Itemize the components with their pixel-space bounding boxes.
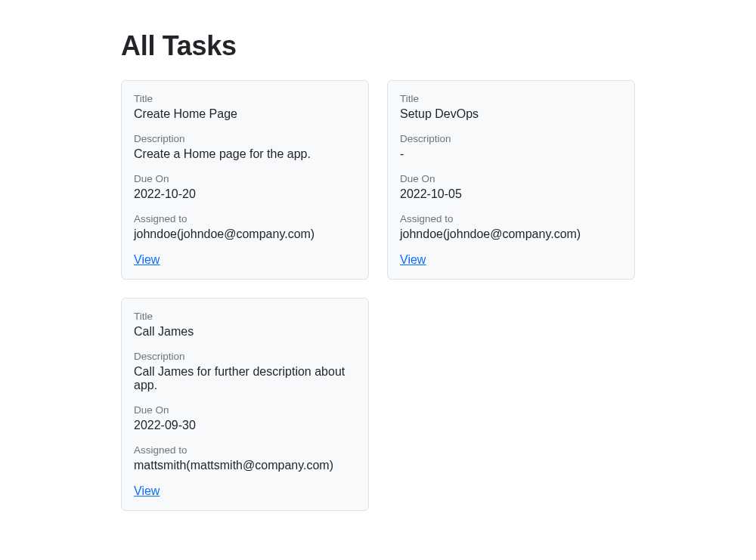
title-label: Title	[400, 93, 622, 104]
view-link[interactable]: View	[400, 253, 426, 267]
title-value: Call James	[134, 325, 356, 339]
description-value: Create a Home page for the app.	[134, 147, 356, 161]
task-card: Title Create Home Page Description Creat…	[121, 80, 369, 280]
description-label: Description	[400, 133, 622, 144]
assigned-to-label: Assigned to	[134, 444, 356, 456]
page-title: All Tasks	[121, 30, 635, 62]
assigned-to-label: Assigned to	[134, 213, 356, 224]
description-value: -	[400, 147, 622, 161]
due-on-label: Due On	[400, 173, 622, 184]
due-on-value: 2022-10-05	[400, 187, 622, 201]
due-on-label: Due On	[134, 404, 356, 416]
assigned-to-value: mattsmith(mattsmith@company.com)	[134, 459, 356, 472]
task-grid: Title Create Home Page Description Creat…	[121, 80, 635, 511]
due-on-value: 2022-09-30	[134, 419, 356, 432]
view-link[interactable]: View	[134, 484, 160, 498]
assigned-to-value: johndoe(johndoe@company.com)	[400, 227, 622, 241]
description-label: Description	[134, 133, 356, 144]
assigned-to-value: johndoe(johndoe@company.com)	[134, 227, 356, 241]
title-label: Title	[134, 311, 356, 322]
due-on-label: Due On	[134, 173, 356, 184]
description-label: Description	[134, 351, 356, 362]
task-card: Title Setup DevOps Description - Due On …	[387, 80, 635, 280]
description-value: Call James for further description about…	[134, 365, 356, 392]
due-on-value: 2022-10-20	[134, 187, 356, 201]
title-value: Create Home Page	[134, 107, 356, 121]
title-value: Setup DevOps	[400, 107, 622, 121]
title-label: Title	[134, 93, 356, 104]
task-card: Title Call James Description Call James …	[121, 298, 369, 511]
assigned-to-label: Assigned to	[400, 213, 622, 224]
view-link[interactable]: View	[134, 253, 160, 267]
